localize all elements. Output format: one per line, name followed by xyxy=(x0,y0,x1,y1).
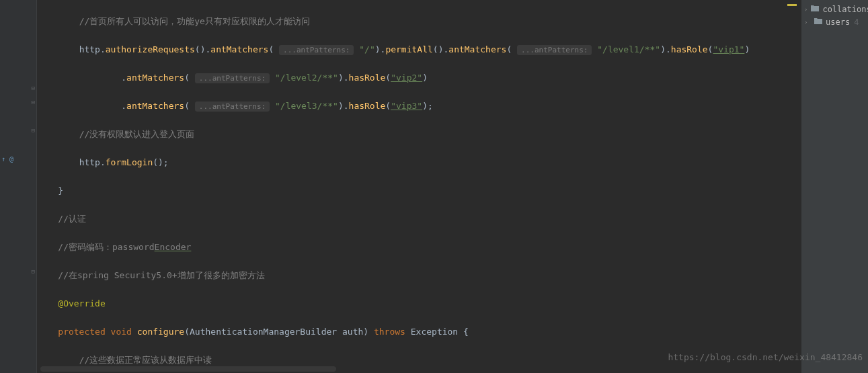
method-decl: configure xyxy=(137,327,184,337)
horizontal-scrollbar[interactable] xyxy=(40,366,336,372)
string-literal: "vip2" xyxy=(391,73,422,83)
comment-text: //没有权限默认进入登入页面 xyxy=(79,129,195,139)
param-hint: ...antPatterns: xyxy=(195,73,270,83)
param-hint: ...antPatterns: xyxy=(195,101,270,112)
code-token: ( xyxy=(184,73,190,83)
code-token: (); xyxy=(153,157,168,167)
method-call: hasRole xyxy=(349,101,386,111)
tree-item-collations[interactable]: › collations xyxy=(804,3,865,15)
code-token: (). xyxy=(433,44,448,54)
code-token: http. xyxy=(79,44,106,54)
warning-indicator-icon[interactable] xyxy=(787,4,797,6)
comment-text: //在spring Security5.0+增加了很多的加密方法 xyxy=(58,270,264,280)
code-token: ( xyxy=(385,73,391,83)
watermark-text: https://blog.csdn.net/weixin_48412846 xyxy=(668,352,863,362)
folder-icon xyxy=(810,4,820,14)
method-call: antMatchers xyxy=(448,44,506,54)
fold-icon[interactable]: ⊟ xyxy=(32,99,35,106)
method-call: hasRole xyxy=(349,73,386,83)
code-editor[interactable]: //首页所有人可以访问，功能ye只有对应权限的人才能访问 http.author… xyxy=(37,0,801,373)
string-literal: "vip1" xyxy=(713,44,744,54)
fold-icon[interactable]: ⊟ xyxy=(32,268,35,275)
project-tree-panel: › collations › users 4 xyxy=(801,0,868,373)
tree-label: users xyxy=(826,17,850,27)
code-token: ); xyxy=(422,101,433,111)
fold-icon[interactable]: ⊟ xyxy=(32,85,35,91)
tree-item-users[interactable]: › users 4 xyxy=(804,15,865,28)
code-token: ). xyxy=(660,44,671,54)
tree-count: 4 xyxy=(854,17,859,27)
string-literal: "/level3/**" xyxy=(270,101,338,111)
code-token: ( xyxy=(268,44,274,54)
string-literal: "vip3" xyxy=(391,101,422,111)
fold-icon[interactable]: ⊟ xyxy=(32,127,35,134)
chevron-right-icon: › xyxy=(804,19,811,26)
tree-label: collations xyxy=(822,5,868,14)
code-token: ). xyxy=(375,44,386,54)
code-token: . xyxy=(121,73,126,83)
method-call: permitAll xyxy=(385,44,432,54)
keyword: protected xyxy=(58,327,110,337)
keyword: throws xyxy=(374,327,411,337)
code-token: ). xyxy=(338,73,349,83)
method-call: antMatchers xyxy=(126,101,184,111)
code-token: (). xyxy=(195,44,210,54)
comment-text: //密码编码：password xyxy=(58,242,154,252)
brace: } xyxy=(58,185,63,196)
method-call: formLogin xyxy=(106,157,153,167)
code-token: ) xyxy=(744,44,750,54)
string-literal: "/" xyxy=(354,44,374,54)
comment-text: //认证 xyxy=(58,214,86,224)
comment-text: //首页所有人可以访问，功能ye只有对应权限的人才能访问 xyxy=(79,16,310,26)
code-token: ( xyxy=(506,44,512,54)
string-literal: "/level1/**" xyxy=(592,44,660,54)
annotation: @Override xyxy=(58,298,105,308)
param-hint: ...antPatterns: xyxy=(517,45,592,55)
comment-text: Encoder xyxy=(155,242,192,252)
chevron-right-icon: › xyxy=(804,6,807,13)
code-token: Exception { xyxy=(411,327,469,337)
method-call: antMatchers xyxy=(126,73,184,83)
method-call: hasRole xyxy=(671,44,708,54)
method-call: authorizeRequests xyxy=(106,44,195,54)
code-token: http. xyxy=(79,157,106,167)
code-token: ( xyxy=(184,101,190,111)
editor-gutter: ⊟ ⊟ ⊟ ↑ @ ⊟ xyxy=(0,0,37,373)
code-token: ). xyxy=(338,101,349,111)
comment-text: //这些数据正常应该从数据库中读 xyxy=(79,355,212,365)
string-literal: "/level2/**" xyxy=(270,73,338,83)
param-hint: ...antPatterns: xyxy=(279,45,354,55)
method-call: antMatchers xyxy=(210,44,268,54)
code-token: . xyxy=(121,101,126,111)
code-token: (AuthenticationManagerBuilder auth) xyxy=(184,327,374,337)
override-icon[interactable]: ↑ @ xyxy=(1,155,13,163)
folder-icon xyxy=(814,17,823,27)
keyword: void xyxy=(111,327,137,337)
code-token: ( xyxy=(385,101,391,111)
code-token: ) xyxy=(422,73,428,83)
